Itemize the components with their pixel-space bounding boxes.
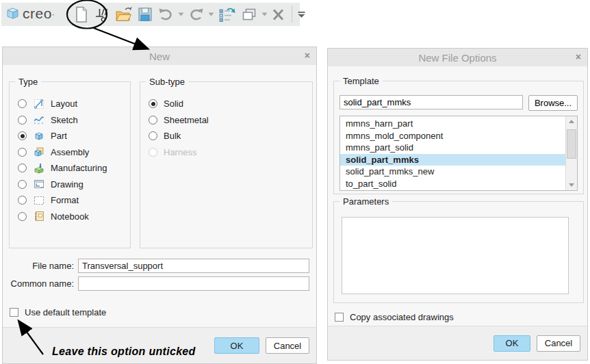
type-group-label: Type (15, 77, 41, 87)
template-list-item[interactable]: solid_part_mmks (340, 154, 565, 166)
undo-icon (158, 8, 174, 21)
chevron-down-icon (178, 12, 184, 16)
subtype-group-label: Sub-type (146, 77, 188, 87)
type-groupbox: Type LayoutSketchPartAssemblyManufacturi… (9, 81, 131, 248)
subtype-groupbox: Sub-type SolidSheetmetalBulkHarness (140, 81, 313, 248)
regenerate-button[interactable] (216, 4, 238, 25)
toolbar-separator (292, 6, 292, 23)
datum-display-icon (94, 6, 110, 23)
new-file-icon (75, 6, 88, 23)
subtype-radio-bulk[interactable] (149, 131, 157, 140)
scrollbar-track[interactable] (566, 127, 577, 180)
subtype-option-label: Solid (164, 99, 183, 109)
template-list: mmns_harn_partmmns_mold_componentmmns_pa… (339, 116, 578, 191)
options-dialog-title: New File Options (418, 52, 496, 64)
common-name-input[interactable] (78, 276, 309, 291)
redo-menu-button[interactable] (207, 4, 215, 25)
open-icon (115, 7, 132, 23)
type-radio-assembly[interactable] (18, 148, 27, 157)
template-list-item[interactable]: mmns_part_solid (340, 142, 565, 154)
customize-menu-button[interactable] (297, 4, 306, 25)
creo-logo: creo · (5, 5, 71, 23)
manufacturing-icon (33, 162, 44, 174)
subtype-option-label: Harness (164, 147, 196, 157)
undo-button[interactable] (156, 4, 176, 25)
template-list-scrollbar[interactable] (565, 116, 577, 190)
parameters-group-label: Parameters (339, 196, 392, 207)
close-button[interactable] (270, 4, 287, 25)
new-file-button[interactable] (73, 4, 90, 25)
subtype-option-bulk[interactable]: Bulk (149, 128, 312, 144)
type-option-sketch[interactable]: Sketch (18, 112, 130, 129)
windows-button[interactable] (239, 4, 259, 25)
type-option-drawing[interactable]: Drawing (18, 177, 130, 193)
type-option-notebook[interactable]: Notebook (18, 209, 130, 225)
type-option-label: Part (51, 131, 67, 141)
file-name-label: File name: (5, 261, 74, 271)
close-icon (272, 9, 285, 21)
close-icon[interactable]: × (576, 51, 581, 62)
undo-menu-button[interactable] (177, 4, 185, 25)
type-option-manufacturing[interactable]: Manufacturing (18, 160, 130, 177)
new-dialog-title: New (149, 51, 170, 62)
copy-associated-drawings-row[interactable]: Copy associated drawings (335, 312, 454, 322)
subtype-option-harness: Harness (149, 144, 312, 161)
redo-button[interactable] (186, 4, 206, 25)
subtype-option-sheetmetal[interactable]: Sheetmetal (149, 112, 312, 129)
type-radio-part[interactable] (18, 131, 27, 140)
scroll-down-button[interactable] (566, 180, 577, 190)
subtype-option-solid[interactable]: Solid (149, 96, 312, 112)
type-radio-format[interactable] (18, 196, 27, 205)
template-input[interactable] (339, 95, 523, 109)
windows-menu-button[interactable] (261, 4, 268, 25)
template-list-item[interactable]: mmns_mold_component (340, 130, 565, 142)
cancel-button[interactable]: Cancel (266, 337, 309, 354)
open-button[interactable] (113, 4, 134, 25)
scrollbar-thumb[interactable] (567, 129, 576, 159)
triangle-up-icon (569, 120, 574, 123)
scroll-up-button[interactable] (566, 116, 577, 127)
callout-arrow-to-new-dialog (94, 28, 147, 49)
template-group-label: Template (339, 76, 383, 86)
creo-wordmark: creo (23, 5, 52, 22)
type-option-label: Format (51, 195, 79, 205)
template-list-item[interactable]: solid_part_mmks_new (340, 166, 565, 178)
type-radio-drawing[interactable] (18, 180, 27, 189)
new-dialog: New × Type LayoutSketchPartAssemblyManuf… (2, 47, 317, 364)
type-option-layout[interactable]: Layout (18, 96, 130, 112)
template-list-item[interactable]: mmns_harn_part (340, 118, 565, 130)
new-file-options-dialog: New File Options × Template Browse... mm… (327, 48, 588, 361)
parameters-groupbox: Parameters (333, 201, 584, 303)
file-name-input[interactable] (78, 259, 309, 273)
cancel-button[interactable]: Cancel (537, 335, 580, 352)
datum-display-button[interactable] (92, 4, 112, 25)
type-option-format[interactable]: Format (18, 192, 130, 209)
creo-screen: creo · New × Type LayoutSketchPartAssemb… (0, 0, 590, 364)
creo-wordmark-dot: · (52, 11, 55, 18)
format-icon (33, 194, 44, 206)
save-button[interactable] (136, 4, 155, 25)
type-option-part[interactable]: Part (18, 128, 130, 144)
use-default-template-checkbox[interactable] (10, 308, 18, 317)
type-option-label: Layout (51, 99, 77, 109)
type-radio-sketch[interactable] (18, 116, 27, 125)
close-icon[interactable]: × (305, 50, 310, 61)
ok-button[interactable]: OK (214, 337, 259, 354)
template-list-item[interactable]: to_part_solid (340, 178, 565, 190)
subtype-radio-solid[interactable] (149, 99, 157, 108)
copy-associated-drawings-checkbox[interactable] (335, 313, 344, 322)
subtype-option-label: Bulk (164, 131, 181, 141)
type-radio-notebook[interactable] (18, 212, 27, 221)
type-radio-manufacturing[interactable] (18, 164, 27, 172)
browse-button[interactable]: Browse... (528, 95, 578, 111)
subtype-radio-sheetmetal[interactable] (149, 116, 157, 125)
type-radio-layout[interactable] (18, 99, 27, 108)
type-option-label: Manufacturing (51, 163, 107, 173)
use-default-template-row[interactable]: Use default template (10, 307, 106, 317)
drawing-icon (33, 179, 44, 190)
layout-icon (33, 98, 44, 109)
ok-button[interactable]: OK (493, 335, 530, 352)
windows-icon (241, 8, 257, 21)
type-option-assembly[interactable]: Assembly (18, 144, 130, 161)
type-option-label: Notebook (51, 211, 89, 222)
